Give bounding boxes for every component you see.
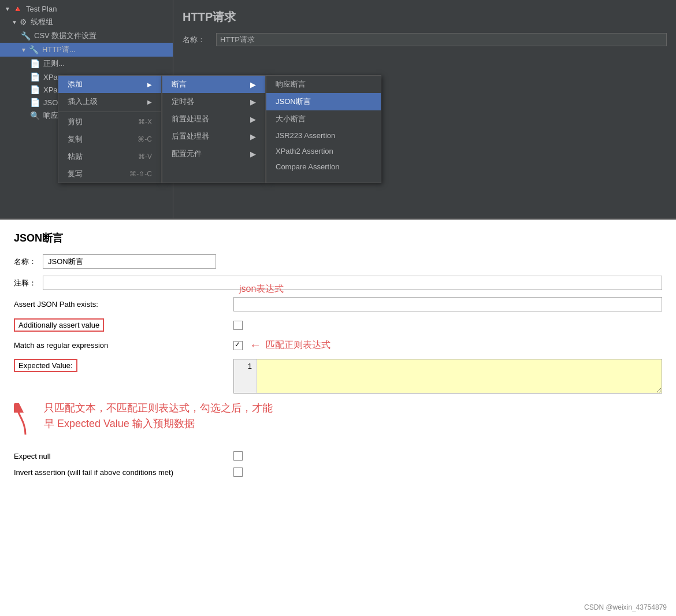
regex1-label: 正则...: [43, 58, 65, 69]
big-annotation-line2: 早 Expected Value 输入预期数据: [44, 416, 273, 432]
submenu-categories: 断言 ▶ 定时器 ▶ 前置处理器 ▶ 后置处理器 ▶ 配置元件 ▶: [162, 75, 266, 183]
expected-value-input[interactable]: [257, 359, 662, 393]
response1-icon: 🔍: [30, 111, 40, 120]
menu-item-duplicate[interactable]: 复写 ⌘-⇧-C: [58, 165, 161, 183]
tree-item-testplan[interactable]: ▼ 🔺 Test Plan: [0, 2, 173, 15]
http-panel-title: HTTP请求: [183, 9, 667, 25]
expected-area: 1: [233, 359, 662, 394]
submenu1-item-assertion[interactable]: 断言 ▶: [162, 76, 265, 93]
submenu1-item-config[interactable]: 配置元件 ▶: [162, 145, 265, 162]
http-name-row: 名称：: [183, 33, 667, 46]
menu-item-cut[interactable]: 剪切 ⌘-X: [58, 113, 161, 131]
match-annotation: 匹配正则表达式: [266, 339, 330, 351]
assert-path-input[interactable]: [233, 297, 662, 311]
match-regex-checkbox[interactable]: [233, 341, 243, 350]
submenu1-arrow-5: ▶: [250, 150, 256, 158]
submenu1-arrow: ▶: [250, 80, 256, 89]
line-numbers: 1: [234, 359, 257, 393]
tree-item-regex1[interactable]: 📄 正则...: [0, 57, 173, 70]
assert-path-row: Assert JSON Path exists: json表达式: [14, 297, 662, 311]
submenu1-item-timer[interactable]: 定时器 ▶: [162, 93, 265, 110]
http-name-input[interactable]: [216, 33, 667, 46]
submenu1-item-post[interactable]: 后置处理器 ▶: [162, 128, 265, 145]
additionally-row: Additionally assert value: [14, 318, 662, 332]
watermark: CSDN @weixin_43754879: [584, 603, 667, 611]
expected-value-row: Expected Value: 1: [14, 359, 662, 394]
match-regex-row: Match as regular expression ← 匹配正则表达式: [14, 339, 662, 352]
testplan-icon: 🔺: [13, 4, 23, 13]
tree-item-csv[interactable]: 🔧 CSV 数据文件设置: [0, 29, 173, 43]
menu-item-copy[interactable]: 复制 ⌘-C: [58, 131, 161, 148]
json-assertion-panel: JSON断言 名称： 注释： Assert JSON Path exists: …: [0, 220, 676, 616]
http-label: HTTP请...: [42, 44, 76, 55]
big-annotation-line1: 只匹配文本，不匹配正则表达式，勾选之后，才能: [44, 400, 273, 416]
json1-icon: 📄: [30, 98, 40, 107]
match-regex-label: Match as regular expression: [14, 341, 233, 350]
submenu2-item-xpath2[interactable]: XPath2 Assertion: [266, 143, 381, 159]
big-arrow-icon: [14, 403, 37, 437]
additionally-checkbox[interactable]: [233, 321, 243, 330]
submenu2-item-compare[interactable]: Compare Assertion: [266, 159, 381, 175]
expect-null-row: Expect null: [14, 451, 662, 461]
threadgroup-icon: ⚙: [20, 17, 27, 27]
testplan-label: Test Plan: [26, 5, 57, 13]
arrow-icon: ▶: [147, 81, 152, 88]
submenu2-item-response[interactable]: 响应断言: [266, 76, 381, 93]
left-tree: ▼ 🔺 Test Plan ▼ ⚙ 线程组 🔧 CSV 数据文件设置 ▼ 🔧 H…: [0, 0, 173, 218]
expand-arrow: ▼: [5, 6, 10, 12]
expect-null-checkbox[interactable]: [233, 451, 243, 461]
json-note-row: 注释：: [14, 276, 662, 290]
menu-item-add[interactable]: 添加 ▶: [58, 76, 161, 93]
json-name-input[interactable]: [43, 254, 216, 269]
submenu1-arrow-2: ▶: [250, 98, 256, 106]
http-icon: 🔧: [29, 45, 39, 54]
invert-assertion-label: Invert assertion (will fail if above con…: [14, 468, 233, 477]
match-arrow: ←: [250, 339, 261, 352]
context-menu: 添加 ▶ 插入上级 ▶ 剪切 ⌘-X 复制 ⌘-C 粘贴: [58, 75, 162, 183]
big-annotation: 只匹配文本，不匹配正则表达式，勾选之后，才能 早 Expected Value …: [14, 400, 662, 442]
tree-item-threadgroup[interactable]: ▼ ⚙ 线程组: [0, 15, 173, 29]
context-menu-overlay: 添加 ▶ 插入上级 ▶ 剪切 ⌘-X 复制 ⌘-C 粘贴: [58, 75, 381, 183]
expected-label: Expected Value:: [14, 359, 233, 372]
json-annotation: json表达式: [239, 283, 284, 295]
additionally-label: Additionally assert value: [14, 318, 233, 332]
submenu-assertions: 响应断言 JSON断言 大小断言 JSR223 Assertion XPath2…: [266, 75, 381, 183]
csv-icon: 🔧: [21, 31, 31, 40]
expand-arrow-2: ▼: [12, 19, 17, 25]
submenu2-item-json[interactable]: JSON断言: [266, 93, 381, 110]
csv-label: CSV 数据文件设置: [34, 31, 96, 41]
expected-highlight: Expected Value:: [14, 359, 77, 372]
expect-null-label: Expect null: [14, 452, 233, 461]
assert-path-label: Assert JSON Path exists:: [14, 300, 233, 309]
menu-item-insert-parent[interactable]: 插入上级 ▶: [58, 93, 161, 110]
invert-assertion-row: Invert assertion (will fail if above con…: [14, 467, 662, 477]
menu-item-paste[interactable]: 粘贴 ⌘-V: [58, 148, 161, 165]
xpath1-icon: 📄: [30, 72, 40, 81]
json-name-label: 名称：: [14, 257, 43, 267]
submenu1-arrow-3: ▶: [250, 115, 256, 124]
tree-item-http[interactable]: ▼ 🔧 HTTP请...: [0, 43, 173, 57]
json-note-input[interactable]: [43, 276, 662, 290]
submenu2-item-jsr223[interactable]: JSR223 Assertion: [266, 128, 381, 143]
submenu2-item-size[interactable]: 大小断言: [266, 110, 381, 128]
http-name-label: 名称：: [183, 35, 211, 45]
json-note-label: 注释：: [14, 278, 43, 288]
regex1-icon: 📄: [30, 59, 40, 68]
json-name-row: 名称：: [14, 254, 662, 269]
threadgroup-label: 线程组: [31, 17, 53, 27]
additionally-highlight: Additionally assert value: [14, 318, 104, 332]
invert-assertion-checkbox[interactable]: [233, 467, 243, 477]
submenu1-arrow-4: ▶: [250, 132, 256, 141]
submenu1-item-pre[interactable]: 前置处理器 ▶: [162, 110, 265, 128]
xpath2-icon: 📄: [30, 85, 40, 94]
arrow-icon-2: ▶: [147, 99, 152, 105]
menu-separator-1: [58, 112, 161, 112]
json-panel-title: JSON断言: [14, 231, 662, 245]
expand-arrow-http: ▼: [21, 47, 27, 53]
